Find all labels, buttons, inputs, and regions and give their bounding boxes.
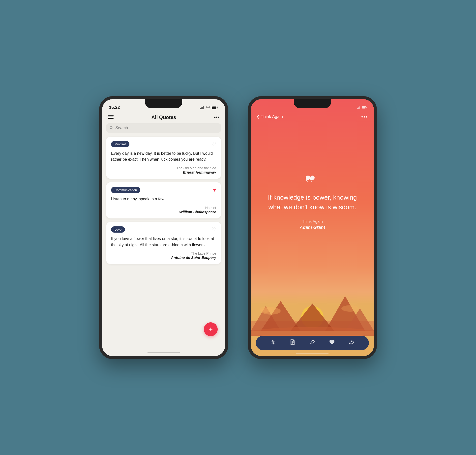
right-page-title: Think Again [261, 114, 283, 119]
right-notch [294, 99, 331, 108]
right-nav: Think Again ••• [251, 113, 374, 124]
document-button[interactable] [290, 339, 295, 347]
svg-rect-8 [108, 117, 114, 117]
more-button[interactable]: ••• [214, 115, 219, 120]
quote-text: If you love a flower that lives on a sta… [111, 236, 216, 248]
svg-rect-5 [217, 107, 218, 108]
svg-point-31 [341, 305, 359, 312]
quote-card[interactable]: Love ♡ If you love a flower that lives o… [106, 222, 221, 264]
card-header: Communication ♥ [111, 187, 216, 193]
hashtag-button[interactable] [270, 339, 276, 346]
svg-line-35 [273, 340, 274, 344]
favorite-button[interactable] [329, 340, 335, 346]
svg-rect-12 [357, 108, 358, 109]
quote-author: William Shakespeare [111, 210, 216, 214]
category-tag: Communication [111, 187, 140, 193]
svg-rect-13 [358, 107, 358, 109]
home-indicator [148, 352, 180, 353]
share-icon [349, 339, 354, 345]
quote-text: Listen to many, speak to a few. [111, 196, 216, 202]
svg-rect-6 [212, 106, 216, 109]
back-button[interactable]: Think Again [257, 114, 283, 119]
quote-book: The Old Man and the Sea [111, 166, 216, 170]
open-quote-marks [305, 175, 320, 186]
right-quote-author: Adam Grant [299, 225, 325, 230]
like-button[interactable]: ♥ [213, 187, 216, 193]
right-phone-inner: Think Again ••• If knowledge is power, k… [251, 99, 374, 356]
share-button[interactable] [349, 339, 354, 346]
svg-rect-2 [202, 107, 203, 109]
hashtag-icon [270, 339, 276, 345]
right-phone: Think Again ••• If knowledge is power, k… [248, 96, 377, 359]
left-nav-bar: All Quotes ••• [102, 113, 225, 123]
svg-rect-18 [362, 107, 365, 108]
quote-source: The Little Prince Antoine de Saint-Exupé… [111, 251, 216, 260]
quote-source: The Old Man and the Sea Ernest Hemingway [111, 166, 216, 174]
svg-rect-14 [359, 107, 359, 109]
left-notch [145, 99, 182, 108]
pin-icon [309, 339, 315, 345]
status-icons [200, 106, 218, 109]
landscape-illustration [251, 281, 374, 336]
desert-svg [251, 281, 374, 336]
signal-icon [200, 106, 204, 109]
quote-source: Hamlet William Shakespeare [111, 206, 216, 214]
right-more-button[interactable]: ••• [361, 114, 368, 120]
card-header: Love ♡ [111, 226, 216, 233]
quote-author: Antoine de Saint-Exupéry [111, 255, 216, 260]
svg-rect-1 [201, 107, 202, 109]
left-phone: 15:22 [99, 96, 228, 359]
right-quote-source: Think Again Adam Grant [299, 219, 325, 230]
like-button[interactable]: ♡ [211, 141, 216, 148]
svg-line-11 [112, 128, 113, 129]
svg-point-10 [110, 126, 112, 128]
battery-icon [212, 106, 218, 109]
right-home-indicator [296, 353, 328, 354]
pin-button[interactable] [309, 339, 315, 346]
back-arrow-icon [257, 115, 259, 119]
svg-rect-9 [108, 118, 114, 119]
quotes-list: Mindset ♡ Every day is a new day. It is … [102, 137, 225, 264]
main-quote-text: If knowledge is power, knowing what we d… [261, 193, 364, 212]
right-quote-book: Think Again [299, 219, 325, 224]
hamburger-icon [108, 115, 114, 119]
right-battery-icon [362, 106, 367, 109]
quote-book: Hamlet [111, 206, 216, 210]
card-header: Mindset ♡ [111, 141, 216, 148]
wifi-icon [206, 106, 210, 109]
document-icon [290, 339, 295, 345]
svg-rect-7 [108, 115, 114, 116]
svg-rect-15 [359, 106, 360, 109]
quote-display: If knowledge is power, knowing what we d… [251, 124, 374, 281]
search-input[interactable] [115, 126, 218, 130]
quote-book: The Little Prince [111, 251, 216, 255]
quote-author: Ernest Hemingway [111, 170, 216, 174]
category-tag: Mindset [111, 141, 129, 147]
quote-card[interactable]: Communication ♥ Listen to many, speak to… [106, 182, 221, 218]
svg-marker-27 [291, 303, 334, 331]
heart-icon [329, 340, 335, 345]
page-title: All Quotes [151, 115, 176, 120]
svg-rect-3 [203, 106, 204, 109]
right-signal-icon [357, 106, 361, 109]
status-time: 15:22 [109, 105, 120, 110]
category-tag: Love [111, 226, 125, 233]
search-bar[interactable] [106, 123, 221, 133]
bottom-toolbar [256, 336, 369, 350]
menu-button[interactable] [108, 115, 114, 120]
quote-text: Every day is a new day. It is better to … [111, 151, 216, 163]
svg-rect-17 [366, 107, 367, 108]
svg-point-30 [260, 307, 272, 313]
quote-card[interactable]: Mindset ♡ Every day is a new day. It is … [106, 137, 221, 179]
quote-marks [305, 175, 320, 188]
search-icon [110, 126, 113, 130]
add-quote-button[interactable]: + [204, 322, 218, 336]
svg-rect-0 [200, 108, 201, 109]
svg-line-34 [272, 340, 272, 344]
like-button[interactable]: ♡ [211, 226, 216, 233]
